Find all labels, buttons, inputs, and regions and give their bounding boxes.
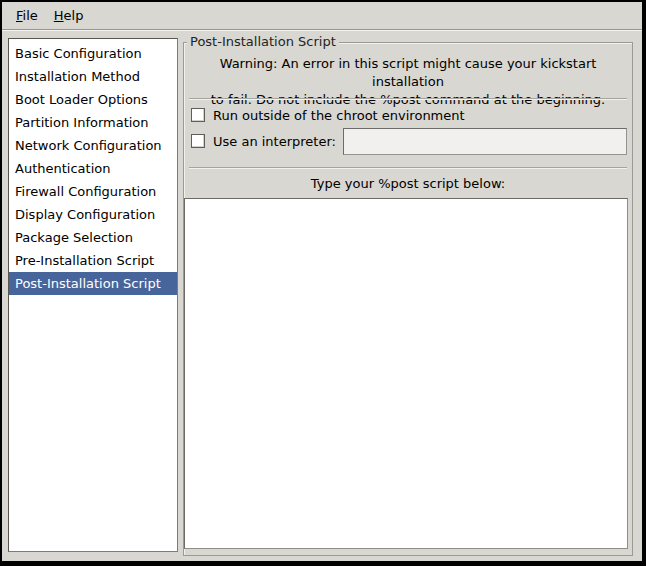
sidebar-item-firewall-configuration[interactable]: Firewall Configuration <box>9 180 177 203</box>
separator <box>189 98 627 100</box>
menubar: File Help <box>2 2 642 30</box>
interpreter-checkbox[interactable] <box>191 134 205 148</box>
sidebar-item-authentication[interactable]: Authentication <box>9 157 177 180</box>
menu-help[interactable]: Help <box>46 4 92 27</box>
sidebar-item-installation-method[interactable]: Installation Method <box>9 65 177 88</box>
chroot-checkbox[interactable] <box>191 108 205 122</box>
sidebar-item-network-configuration[interactable]: Network Configuration <box>9 134 177 157</box>
interpreter-option-row: Use an interpreter: <box>191 127 627 155</box>
chroot-checkbox-label[interactable]: Run outside of the chroot environment <box>213 108 465 123</box>
separator <box>189 167 627 169</box>
panel-title: Post-Installation Script <box>187 34 339 49</box>
menu-file[interactable]: File <box>8 4 46 27</box>
sidebar-item-package-selection[interactable]: Package Selection <box>9 226 177 249</box>
interpreter-checkbox-label[interactable]: Use an interpreter: <box>213 134 336 149</box>
sidebar-item-display-configuration[interactable]: Display Configuration <box>9 203 177 226</box>
kickstart-configurator-window: File Help Basic Configuration Installati… <box>0 0 646 566</box>
warning-text: Warning: An error in this script might c… <box>184 55 632 109</box>
chroot-option-row: Run outside of the chroot environment <box>191 106 627 124</box>
post-installation-script-panel: Post-Installation Script Warning: An err… <box>183 42 633 556</box>
sidebar-item-partition-information[interactable]: Partition Information <box>9 111 177 134</box>
warning-line-1: Warning: An error in this script might c… <box>184 55 632 91</box>
sidebar-item-pre-installation-script[interactable]: Pre-Installation Script <box>9 249 177 272</box>
section-list: Basic Configuration Installation Method … <box>8 38 178 552</box>
interpreter-input[interactable] <box>343 128 627 155</box>
sidebar-item-post-installation-script[interactable]: Post-Installation Script <box>9 272 177 295</box>
sidebar-item-basic-configuration[interactable]: Basic Configuration <box>9 42 177 65</box>
sidebar-item-boot-loader-options[interactable]: Boot Loader Options <box>9 88 177 111</box>
post-script-textarea[interactable] <box>184 198 628 549</box>
script-area-label: Type your %post script below: <box>184 176 632 191</box>
